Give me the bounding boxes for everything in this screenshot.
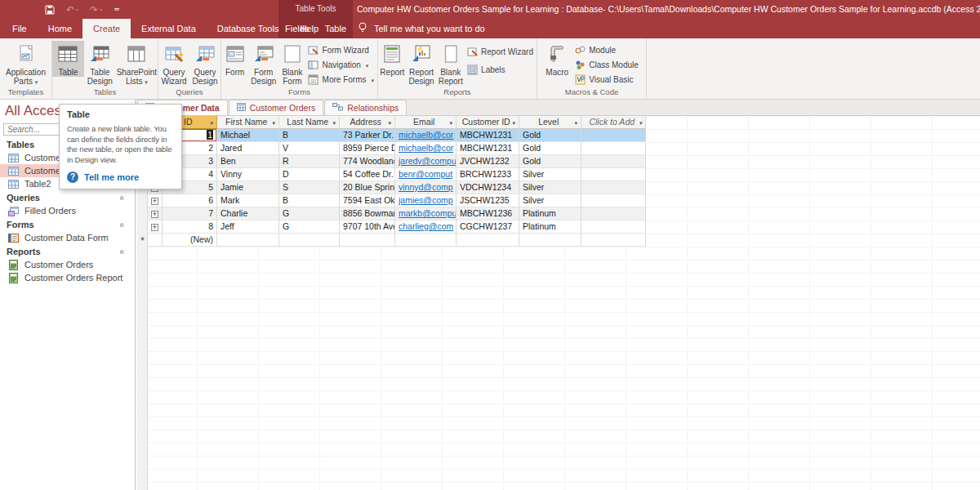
tab-database-tools[interactable]: Database Tools bbox=[207, 19, 290, 38]
cell-first-name[interactable]: Vinny bbox=[217, 168, 279, 181]
cell-last-name[interactable]: G bbox=[279, 207, 340, 220]
cell-email[interactable]: michaelb@cor bbox=[395, 129, 457, 142]
email-link[interactable]: markb@compu bbox=[399, 208, 457, 218]
doc-tab-relationships[interactable]: Relationships bbox=[324, 100, 407, 115]
tab-create[interactable]: Create bbox=[82, 19, 131, 38]
email-link[interactable]: jaredv@compu bbox=[399, 156, 457, 166]
query-wizard-button[interactable]: Query Wizard bbox=[158, 41, 189, 86]
nav-group-forms[interactable]: Forms« bbox=[0, 217, 135, 231]
cell-first-name[interactable]: Ben bbox=[217, 155, 279, 168]
cell-level[interactable]: Gold bbox=[519, 129, 581, 142]
cell-email[interactable]: benr@comput bbox=[395, 168, 457, 181]
cell-level[interactable]: Gold bbox=[519, 142, 581, 155]
more-forms-button[interactable]: More Forms bbox=[308, 74, 374, 85]
application-parts-button[interactable]: Application Parts bbox=[1, 41, 51, 87]
cell-address[interactable]: 54 Coffee Dr. E bbox=[340, 168, 395, 181]
cell-click-to-add[interactable] bbox=[581, 142, 646, 155]
cell-address[interactable]: 774 Woodland bbox=[340, 155, 395, 168]
column-header-first-name[interactable]: First Name bbox=[217, 116, 279, 129]
report-wizard-button[interactable]: Report Wizard bbox=[466, 46, 533, 57]
cell-last-name[interactable]: S bbox=[279, 181, 340, 194]
cell-customer-id[interactable]: VDCHW1234 bbox=[457, 181, 519, 194]
cell-address[interactable]: 8959 Pierce Dr. bbox=[340, 142, 395, 155]
column-header-last-name[interactable]: Last Name bbox=[279, 116, 340, 129]
tell-me-more-link[interactable]: ? Tell me more bbox=[67, 172, 174, 183]
sharepoint-lists-button[interactable]: SharePoint Lists bbox=[116, 41, 158, 87]
cell-first-name[interactable]: Jamie bbox=[217, 181, 279, 194]
cell-customer-id[interactable]: CGCHW1237 bbox=[457, 220, 519, 234]
nav-group-queries[interactable]: Queries« bbox=[0, 190, 135, 204]
report-design-button[interactable]: Report Design bbox=[407, 41, 437, 86]
cell-address[interactable]: 20 Blue Spring bbox=[340, 181, 395, 194]
cell-level[interactable]: Silver bbox=[519, 194, 581, 207]
cell-level[interactable]: Silver bbox=[519, 181, 581, 194]
tab-external-data[interactable]: External Data bbox=[131, 19, 207, 38]
tab-table[interactable]: Table bbox=[318, 19, 353, 38]
cell-click-to-add[interactable] bbox=[581, 155, 646, 168]
form-button[interactable]: Form bbox=[221, 41, 248, 77]
cell-address[interactable] bbox=[340, 234, 395, 247]
nav-item-customer-orders[interactable]: Customer Orders bbox=[0, 258, 135, 271]
column-header-email[interactable]: Email bbox=[395, 116, 457, 129]
cell-last-name[interactable] bbox=[279, 234, 340, 247]
doc-tab-customer-orders[interactable]: Customer Orders bbox=[229, 100, 324, 115]
row-expander[interactable]: + bbox=[148, 207, 163, 220]
form-wizard-button[interactable]: Form Wizard bbox=[308, 44, 374, 56]
cell-level[interactable] bbox=[519, 234, 581, 247]
column-header-level[interactable]: Level bbox=[519, 116, 581, 129]
module-button[interactable]: Module bbox=[574, 44, 639, 56]
blank-form-button[interactable]: Blank Form bbox=[278, 41, 305, 86]
cell-customer-id[interactable]: JSCHW1235 bbox=[457, 194, 519, 207]
cell-click-to-add[interactable] bbox=[581, 207, 646, 220]
cell-address[interactable]: 7594 East Okla bbox=[340, 194, 395, 207]
cell-last-name[interactable]: D bbox=[279, 168, 340, 181]
nav-item-customer-orders-report[interactable]: Customer Orders Report bbox=[0, 271, 135, 284]
email-link[interactable]: michaelb@cor bbox=[399, 130, 453, 140]
cell-last-name[interactable]: G bbox=[279, 220, 340, 234]
cell-first-name[interactable]: Michael bbox=[217, 129, 279, 142]
undo-icon[interactable]: ↶▾ bbox=[66, 5, 78, 15]
cell-first-name[interactable]: Charlie bbox=[217, 207, 279, 220]
email-link[interactable]: vinnyd@comp bbox=[399, 182, 453, 192]
cell-first-name[interactable]: Mark bbox=[217, 194, 279, 207]
nav-item-customer-data-form[interactable]: Customer Data Form bbox=[0, 231, 135, 244]
cell-last-name[interactable]: R bbox=[279, 155, 340, 168]
cell-id[interactable]: 7 bbox=[163, 207, 217, 220]
row-expander[interactable]: + bbox=[148, 194, 163, 207]
cell-first-name[interactable]: Jared bbox=[217, 142, 279, 155]
cell-last-name[interactable]: V bbox=[279, 142, 340, 155]
tab-home[interactable]: Home bbox=[38, 19, 82, 38]
cell-level[interactable]: Gold bbox=[519, 155, 581, 168]
table-design-button[interactable]: Table Design bbox=[84, 41, 116, 86]
new-record-row[interactable]: (New) bbox=[148, 234, 646, 247]
tab-file[interactable]: File bbox=[2, 19, 38, 38]
class-module-button[interactable]: Class Module bbox=[574, 59, 639, 70]
cell-click-to-add[interactable] bbox=[581, 194, 646, 207]
cell-customer-id[interactable]: JVCHW1232 bbox=[457, 155, 519, 168]
cell-last-name[interactable]: B bbox=[279, 194, 340, 207]
cell-click-to-add[interactable] bbox=[581, 181, 646, 194]
cell-last-name[interactable]: B bbox=[279, 129, 340, 142]
cell-email[interactable]: markb@compu bbox=[395, 207, 457, 220]
column-header-click-to-add[interactable]: Click to Add bbox=[581, 116, 646, 129]
tell-me-box[interactable]: Tell me what you want to do bbox=[358, 19, 485, 38]
column-header-address[interactable]: Address bbox=[340, 116, 395, 129]
visual-basic-button[interactable]: Visual Basic bbox=[574, 74, 639, 85]
save-icon[interactable] bbox=[45, 5, 55, 15]
table-button[interactable]: Table bbox=[52, 41, 84, 77]
cell-click-to-add[interactable] bbox=[581, 234, 646, 247]
cell-first-name[interactable]: Jeff bbox=[217, 220, 279, 234]
cell-customer-id[interactable]: MBCHW1236 bbox=[457, 207, 519, 220]
cell-email[interactable]: charlieg@com bbox=[395, 220, 457, 234]
cell-id[interactable]: 8 bbox=[163, 220, 217, 234]
cell-email[interactable]: michaelb@cor bbox=[395, 142, 457, 155]
email-link[interactable]: charlieg@com bbox=[399, 221, 453, 231]
cell-id[interactable]: 6 bbox=[163, 194, 217, 207]
cell-customer-id[interactable]: MBCHW1231 bbox=[457, 142, 519, 155]
row-expander[interactable]: + bbox=[148, 220, 163, 234]
cell-customer-id[interactable] bbox=[457, 234, 519, 247]
tab-fields[interactable]: Fields bbox=[278, 19, 315, 38]
cell-customer-id[interactable]: BRCHW1233 bbox=[457, 168, 519, 181]
cell-address[interactable]: 8856 Bowman bbox=[340, 207, 395, 220]
nav-item-filled-orders[interactable]: Filled Orders bbox=[0, 204, 135, 217]
